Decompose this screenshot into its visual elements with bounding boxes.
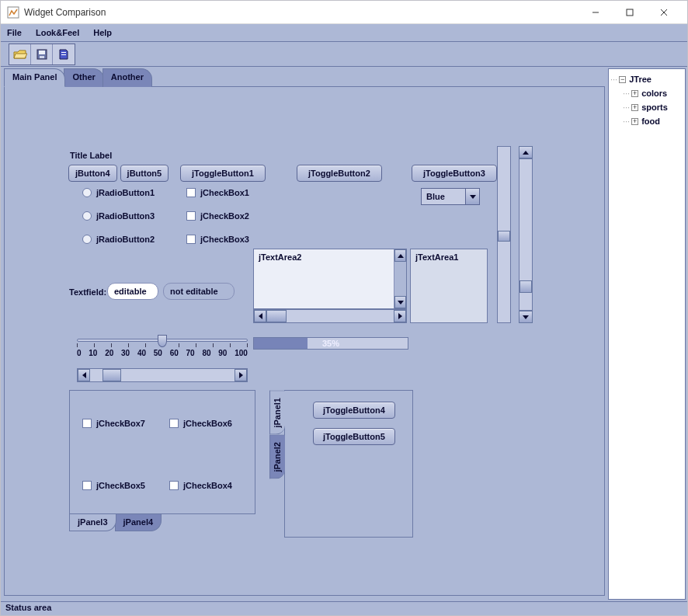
scroll-up-button[interactable] bbox=[394, 249, 406, 262]
tree-expand-icon[interactable]: + bbox=[631, 104, 638, 111]
vertical-slider-1[interactable] bbox=[497, 146, 511, 323]
tab-jpanel2[interactable]: jPanel2 bbox=[269, 435, 285, 479]
radio-label: jRadioButton2 bbox=[96, 235, 155, 244]
panel1-content: jToggleButton4 jToggleButton5 jPanel1 jP… bbox=[284, 390, 413, 538]
scroll-down-button[interactable] bbox=[519, 311, 533, 323]
svg-rect-11 bbox=[61, 54, 66, 55]
tree-node-sports[interactable]: ···+sports bbox=[623, 100, 683, 114]
slider-tick-label: 10 bbox=[89, 349, 97, 357]
jtextarea1[interactable]: jTextArea1 bbox=[411, 249, 487, 322]
jtextarea2-wrap: jTextArea2 bbox=[253, 249, 407, 323]
tree-node-colors[interactable]: ···+colors bbox=[623, 86, 683, 100]
scroll-thumb[interactable] bbox=[266, 310, 287, 322]
close-button[interactable] bbox=[647, 2, 681, 23]
slider-tick-label: 40 bbox=[137, 349, 146, 357]
progress-bar: 35% bbox=[253, 337, 408, 350]
checkbox-icon bbox=[186, 188, 196, 197]
textarea2-vscroll[interactable] bbox=[394, 249, 406, 308]
menu-lookfeel[interactable]: Look&Feel bbox=[34, 26, 81, 39]
tree-root[interactable]: ··· − JTree bbox=[610, 72, 683, 86]
slider-thumb[interactable] bbox=[158, 335, 167, 347]
status-text: Status area bbox=[5, 603, 51, 612]
toolbar-open-button[interactable] bbox=[9, 44, 31, 64]
jradiobutton1[interactable]: jRadioButton1 bbox=[82, 188, 155, 197]
jradiobutton3[interactable]: jRadioButton3 bbox=[82, 211, 155, 221]
jbutton5[interactable]: jButton5 bbox=[120, 165, 169, 182]
textfield-label: Textfield: bbox=[69, 287, 106, 297]
jbutton4[interactable]: jButton4 bbox=[68, 165, 117, 182]
jtogglebutton2[interactable]: jToggleButton2 bbox=[297, 165, 382, 182]
tree-root-label: JTree bbox=[629, 75, 652, 84]
scroll-left-button[interactable] bbox=[78, 369, 90, 381]
app-icon bbox=[7, 6, 19, 19]
radio-icon bbox=[82, 235, 92, 244]
textfield-readonly: not editable bbox=[163, 283, 235, 300]
scroll-right-button[interactable] bbox=[235, 369, 247, 381]
tab-jpanel4[interactable]: jPanel4 bbox=[115, 514, 162, 531]
status-bar: Status area bbox=[1, 601, 687, 615]
chevron-down-icon bbox=[465, 189, 479, 204]
jcheckbox4[interactable]: jCheckBox4 bbox=[169, 481, 232, 490]
combo-selected: Blue bbox=[422, 192, 465, 201]
tree-node-food[interactable]: ···+food bbox=[623, 114, 683, 128]
tree-expand-icon[interactable]: + bbox=[631, 90, 638, 97]
jcheckbox5[interactable]: jCheckBox5 bbox=[82, 481, 145, 490]
jcheckbox1[interactable]: jCheckBox1 bbox=[186, 188, 249, 197]
jcheckbox3[interactable]: jCheckBox3 bbox=[186, 235, 249, 244]
jcheckbox2[interactable]: jCheckBox2 bbox=[186, 211, 249, 221]
horizontal-scrollbar[interactable] bbox=[77, 368, 248, 382]
scroll-right-button[interactable] bbox=[394, 310, 406, 322]
tree-panel: ··· − JTree ···+colors···+sports···+food bbox=[608, 68, 686, 600]
checkbox-icon bbox=[82, 481, 92, 490]
horizontal-slider[interactable]: 0102030405060708090100 bbox=[77, 334, 248, 357]
tab-jpanel1[interactable]: jPanel1 bbox=[269, 391, 285, 435]
jtogglebutton1[interactable]: jToggleButton1 bbox=[180, 165, 266, 182]
radio-icon bbox=[82, 188, 92, 197]
scroll-down-button[interactable] bbox=[394, 296, 406, 308]
jcheckbox7[interactable]: jCheckBox7 bbox=[82, 419, 145, 428]
checkbox-label: jCheckBox5 bbox=[96, 481, 145, 490]
combo-color[interactable]: Blue bbox=[421, 188, 480, 205]
scroll-left-button[interactable] bbox=[254, 310, 266, 322]
jtogglebutton3[interactable]: jToggleButton3 bbox=[412, 165, 497, 182]
vertical-scrollbar[interactable] bbox=[519, 146, 533, 323]
jtogglebutton4[interactable]: jToggleButton4 bbox=[313, 402, 395, 419]
toolbar-save-button[interactable] bbox=[31, 44, 53, 64]
menu-file[interactable]: File bbox=[5, 26, 23, 39]
tree-node-label: sports bbox=[641, 103, 668, 112]
jcheckbox6[interactable]: jCheckBox6 bbox=[169, 419, 232, 428]
tab-main-panel[interactable]: Main Panel bbox=[4, 68, 65, 87]
tab-other[interactable]: Other bbox=[64, 68, 103, 87]
scroll-thumb[interactable] bbox=[103, 369, 121, 381]
minimize-button[interactable] bbox=[579, 2, 613, 23]
slider-tick-label: 70 bbox=[186, 349, 195, 357]
checkbox-label: jCheckBox6 bbox=[183, 419, 232, 428]
checkbox-label: jCheckBox1 bbox=[200, 188, 249, 197]
menu-help[interactable]: Help bbox=[92, 26, 113, 39]
jtextarea2[interactable]: jTextArea2 bbox=[254, 249, 394, 308]
jradiobutton2[interactable]: jRadioButton2 bbox=[82, 235, 155, 244]
svg-rect-10 bbox=[61, 52, 66, 53]
tab-jpanel3[interactable]: jPanel3 bbox=[69, 514, 116, 531]
toolbar-book-button[interactable] bbox=[53, 44, 75, 64]
textfield-editable[interactable]: editable bbox=[107, 283, 158, 300]
scroll-up-button[interactable] bbox=[519, 146, 533, 158]
top-tabs: Main Panel Other Another bbox=[4, 68, 605, 87]
window-title: Widget Comparison bbox=[24, 7, 106, 18]
maximize-button[interactable] bbox=[613, 2, 647, 23]
tab-another[interactable]: Another bbox=[103, 68, 152, 87]
svg-rect-8 bbox=[39, 50, 45, 54]
slider-tick-label: 60 bbox=[170, 349, 179, 357]
tree-expand-icon[interactable]: + bbox=[631, 118, 638, 125]
svg-rect-2 bbox=[627, 9, 633, 16]
jtogglebutton5[interactable]: jToggleButton5 bbox=[313, 428, 395, 445]
toolbar bbox=[1, 42, 687, 67]
tree-collapse-icon[interactable]: − bbox=[619, 76, 626, 83]
checkbox-label: jCheckBox3 bbox=[200, 235, 249, 244]
jtextarea1-wrap: jTextArea1 bbox=[410, 249, 488, 323]
scroll-thumb[interactable] bbox=[519, 280, 532, 293]
slider-tick-label: 20 bbox=[105, 349, 113, 357]
checkbox-icon bbox=[82, 419, 92, 428]
textarea2-hscroll[interactable] bbox=[253, 309, 407, 323]
slider-thumb[interactable] bbox=[498, 231, 510, 242]
